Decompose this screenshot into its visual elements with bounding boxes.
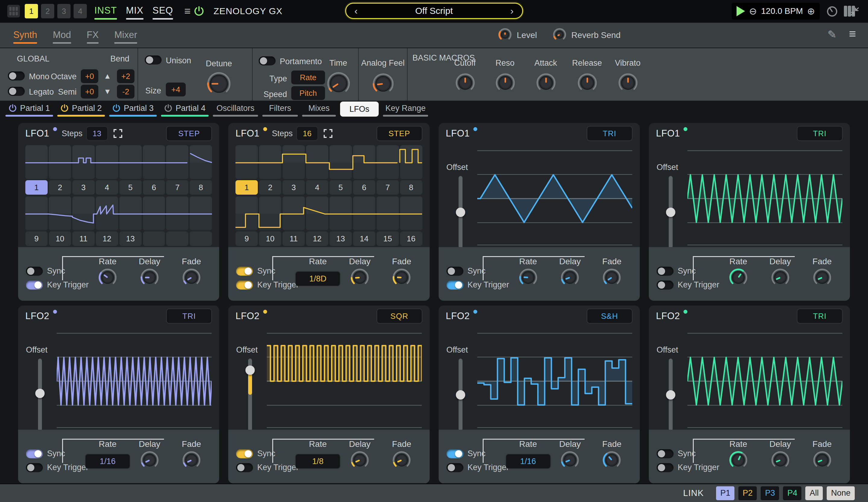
fade-knob[interactable]: [392, 268, 411, 288]
step-cell[interactable]: [72, 197, 95, 230]
step-number[interactable]: 4: [306, 180, 328, 195]
step-cell[interactable]: [143, 145, 165, 179]
step-cell[interactable]: [259, 145, 281, 179]
step-number[interactable]: 10: [49, 231, 71, 246]
bpm-increase-icon[interactable]: ⊕: [807, 7, 815, 16]
step-cell[interactable]: [330, 145, 352, 179]
sync-toggle[interactable]: [657, 449, 673, 458]
step-cell[interactable]: [400, 197, 422, 230]
offset-slider-thumb[interactable]: [666, 390, 675, 399]
lfo-display[interactable]: Offset: [228, 327, 429, 430]
sync-toggle[interactable]: [26, 267, 43, 276]
mono-toggle[interactable]: [8, 71, 25, 81]
offset-slider-thumb[interactable]: [35, 389, 45, 398]
fade-knob[interactable]: [602, 268, 621, 288]
step-cell[interactable]: [120, 145, 142, 179]
step-cell[interactable]: [166, 197, 188, 230]
step-number[interactable]: 10: [259, 231, 281, 246]
partial-tab-3[interactable]: Partial 3: [109, 102, 157, 117]
key-trigger-toggle[interactable]: [446, 281, 463, 290]
wave-type-button[interactable]: STEP: [376, 126, 422, 141]
rate-value[interactable]: 1/8D: [295, 271, 340, 286]
step-number[interactable]: 3: [72, 180, 95, 195]
preset-selector[interactable]: ‹ Off Script ›: [345, 3, 523, 19]
delay-knob[interactable]: [140, 268, 159, 288]
preset-next-icon[interactable]: ›: [510, 6, 514, 16]
delay-knob[interactable]: [140, 451, 159, 471]
step-number[interactable]: 6: [143, 180, 165, 195]
step-cell[interactable]: [25, 197, 48, 230]
step-cell[interactable]: [96, 197, 118, 230]
wave-type-button[interactable]: STEP: [166, 126, 212, 141]
step-cell[interactable]: [143, 197, 165, 230]
step-number[interactable]: 1: [236, 180, 258, 195]
sync-toggle[interactable]: [26, 449, 43, 458]
wave-type-button[interactable]: TRI: [797, 126, 843, 141]
step-number[interactable]: 11: [72, 231, 95, 246]
portamento-type-value[interactable]: Rate: [291, 71, 325, 84]
steps-value[interactable]: 16: [296, 126, 318, 141]
sync-toggle[interactable]: [236, 449, 253, 458]
step-number[interactable]: 14: [353, 231, 375, 246]
wave-type-button[interactable]: S&H: [587, 308, 632, 324]
level-knob[interactable]: [498, 28, 512, 43]
step-number[interactable]: 16: [400, 231, 422, 246]
lfo-display[interactable]: Offset: [18, 327, 219, 430]
part-slot-3[interactable]: 3: [57, 4, 71, 18]
step-cell[interactable]: [259, 197, 281, 230]
step-cell[interactable]: [400, 145, 422, 179]
sync-toggle[interactable]: [236, 267, 253, 276]
waveform-plot[interactable]: [267, 328, 422, 430]
partial-power-icon[interactable]: [164, 104, 173, 113]
step-cell[interactable]: [49, 197, 71, 230]
reso-knob[interactable]: [495, 73, 515, 94]
delay-knob[interactable]: [771, 451, 789, 471]
hamburger-icon[interactable]: ≡: [184, 5, 190, 18]
rate-value[interactable]: 1/16: [506, 454, 551, 469]
semi-value[interactable]: +0: [81, 85, 98, 98]
step-cell[interactable]: [236, 197, 258, 230]
offset-slider-thumb[interactable]: [245, 366, 255, 375]
tab-oscillators[interactable]: Oscillators: [213, 102, 258, 117]
lfo-display[interactable]: Offset: [439, 327, 640, 430]
expand-icon[interactable]: [323, 129, 332, 138]
release-knob[interactable]: [577, 73, 597, 94]
wave-type-button[interactable]: SQR: [376, 308, 422, 324]
waveform-plot[interactable]: [57, 328, 211, 430]
key-trigger-toggle[interactable]: [26, 281, 43, 290]
step-cell[interactable]: [96, 145, 118, 179]
rate-knob[interactable]: [98, 268, 117, 288]
link-button-p1[interactable]: P1: [716, 486, 734, 500]
size-value[interactable]: +4: [166, 83, 186, 96]
portamento-speed-value[interactable]: Pitch: [291, 86, 325, 100]
step-number[interactable]: 7: [166, 180, 188, 195]
step-cell[interactable]: [190, 145, 212, 179]
menu-icon[interactable]: ≡: [849, 27, 856, 41]
link-button-p4[interactable]: P4: [783, 486, 802, 500]
tab-mix[interactable]: MIX: [126, 3, 144, 20]
bpm-value[interactable]: 120.0 BPM: [761, 6, 803, 16]
step-cell[interactable]: [376, 197, 399, 230]
step-number[interactable]: 3: [282, 180, 305, 195]
step-number[interactable]: 6: [353, 180, 375, 195]
key-trigger-toggle[interactable]: [657, 281, 673, 290]
tab-filters[interactable]: Filters: [262, 102, 298, 117]
key-trigger-toggle[interactable]: [26, 463, 43, 472]
step-cell[interactable]: [353, 197, 375, 230]
controller-knob-icon[interactable]: [826, 4, 838, 18]
play-button[interactable]: [736, 6, 745, 16]
fade-knob[interactable]: [182, 268, 201, 288]
tab-inst[interactable]: INST: [94, 3, 117, 20]
step-cell[interactable]: [120, 197, 142, 230]
step-cell[interactable]: [25, 145, 48, 179]
rate-value[interactable]: 1/8: [295, 454, 340, 469]
preset-prev-icon[interactable]: ‹: [354, 6, 358, 16]
tab-lfos[interactable]: LFOs: [340, 102, 379, 117]
step-cell[interactable]: [306, 197, 328, 230]
step-number[interactable]: 13: [330, 231, 352, 246]
rate-knob[interactable]: [519, 268, 538, 288]
step-cell[interactable]: [282, 197, 305, 230]
power-icon[interactable]: [194, 6, 204, 17]
tab-synth[interactable]: Synth: [13, 27, 37, 44]
offset-slider-thumb[interactable]: [666, 208, 675, 217]
